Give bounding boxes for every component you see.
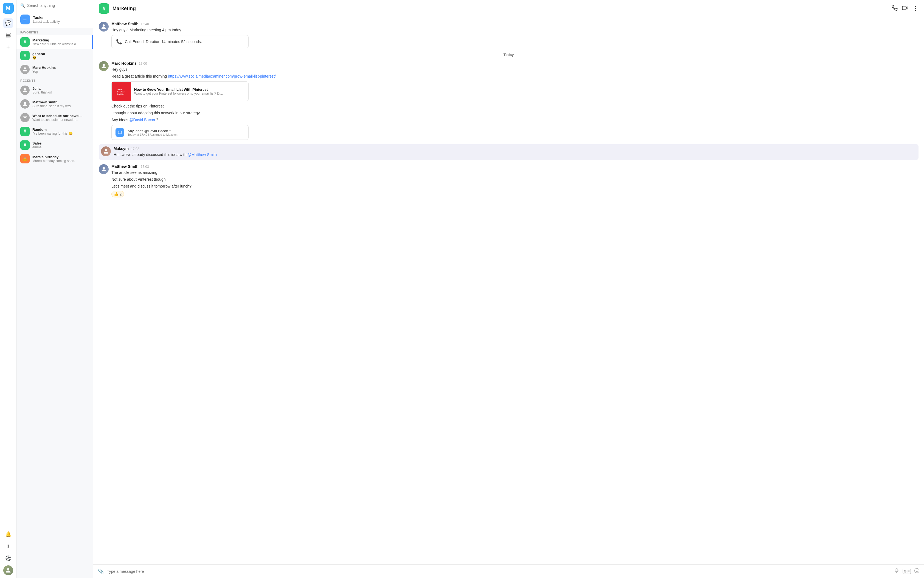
user-avatar-top[interactable]: M (3, 3, 14, 14)
matthew-item-text: Matthew Smith Sure thing, send it my way (33, 100, 71, 108)
newsletter-name: Want to schedule our newsl... (33, 114, 82, 118)
contacts-nav-icon[interactable] (3, 30, 13, 40)
microphone-icon[interactable] (894, 568, 899, 575)
matthew-text-2a: The article seems amazing (111, 170, 919, 175)
download-nav-icon[interactable]: ⬇ (3, 541, 13, 551)
maksym-sender: Maksym (114, 146, 129, 151)
newsletter-preview: Want to schedule our newslet... (33, 118, 79, 122)
matthew-avatar-msg-2 (99, 164, 109, 174)
emoji-icon[interactable] (914, 568, 920, 575)
task-ref-content: Any ideas @David Bacon ? Today at 17:40 … (128, 129, 177, 136)
svg-point-6 (24, 102, 26, 104)
message-group-marc: Marc Hopkins 17:00 Hey guys Read a great… (99, 61, 919, 140)
link-preview-image: How to Grow Your Email List (112, 82, 131, 101)
marc-avatar-msg (99, 61, 109, 71)
sidebar-item-matthew[interactable]: Matthew Smith Sure thing, send it my way (16, 97, 93, 111)
tasks-icon (20, 15, 30, 24)
general-item-text: general 😎 (33, 52, 45, 60)
maksym-msg-content: Maksym 17:02 Hm..we've already discussed… (114, 146, 916, 157)
recents-label: RECENTS (16, 76, 93, 83)
sidebar-item-general[interactable]: # general 😎 (16, 49, 93, 63)
reaction-count: 2 (120, 192, 122, 196)
marc-text-3: Check out the tips on Pinterest (111, 103, 919, 109)
help-nav-icon[interactable]: ⚽ (3, 553, 13, 563)
input-actions: GIF (894, 568, 920, 575)
matthew-avatar-msg (99, 22, 109, 31)
sidebar-item-marc-hopkins[interactable]: Marc Hopkins Yep (16, 63, 93, 76)
matthew-msg-header-2: Matthew Smith 17:03 (111, 164, 919, 169)
sidebar-item-sales[interactable]: # Sales emma (16, 138, 93, 152)
link-preview-desc: Want to get your Pinterest followers ont… (134, 92, 223, 96)
random-name: Random (33, 128, 73, 132)
matthew-sender-2: Matthew Smith (111, 164, 138, 169)
icon-bar: M 💬 + 🔔 ⬇ ⚽ (0, 0, 16, 578)
matthew-avatar-sidebar (20, 99, 29, 109)
julia-name: Julia (33, 86, 52, 91)
sidebar-item-random[interactable]: # Random I've been waiting for this 😀 (16, 125, 93, 138)
svg-rect-9 (902, 6, 906, 10)
more-options-icon[interactable]: ⋮ (913, 5, 919, 12)
julia-preview: Sure, thanks! (33, 91, 52, 94)
marc-item-text: Marc Hopkins Yep (33, 65, 56, 73)
tasks-sidebar-item[interactable]: Tasks Latest task activity (16, 11, 93, 28)
maksym-time: 17:02 (131, 147, 139, 151)
channel-hash-icon: # (99, 3, 109, 14)
sales-item-text: Sales emma (33, 141, 42, 149)
svg-point-5 (24, 88, 26, 90)
sales-preview: emma (33, 145, 42, 149)
david-mention[interactable]: @David Bacon (129, 118, 155, 122)
chat-header: # Marketing ⋮ (93, 0, 924, 17)
call-ended-icon: 📞 (116, 39, 122, 45)
chat-main: # Marketing ⋮ Matthew Smith 15:40 (93, 0, 924, 578)
call-ended-box: 📞 Call Ended. Duration 14 minutes 52 sec… (111, 35, 249, 48)
chat-nav-icon[interactable]: 💬 (3, 18, 13, 28)
messages-area: Matthew Smith 15:40 Hey guys! Marketing … (93, 17, 924, 564)
marc-text-1: Hey guys (111, 67, 919, 72)
marc-sender: Marc Hopkins (111, 61, 137, 65)
maksym-msg-header: Maksym 17:02 (114, 146, 916, 151)
svg-text:Email List: Email List (117, 93, 124, 95)
sales-name: Sales (33, 141, 42, 145)
attach-icon[interactable]: 📎 (98, 568, 104, 575)
thumbs-up-reaction[interactable]: 👍 2 (111, 191, 124, 197)
sidebar-item-marcs-birthday[interactable]: 🔒 Marc's birthday Marc's birthday coming… (16, 152, 93, 166)
task-ref-box[interactable]: Any ideas @David Bacon ? Today at 17:40 … (111, 125, 249, 140)
reaction-emoji: 👍 (114, 192, 119, 196)
marc-preview: Yep (33, 70, 56, 73)
matthew-text-2b: Not sure about Pinterest though (111, 177, 919, 182)
svg-text:How to: How to (117, 89, 122, 91)
search-input[interactable] (27, 3, 89, 8)
matthew-text-1: Hey guys! Marketing meeting 4 pm today (111, 27, 919, 33)
video-icon[interactable] (902, 5, 908, 12)
link-preview-box[interactable]: How to Grow Your Email List How to Grow … (111, 81, 249, 101)
sidebar: 🔍 Tasks Latest task activity FAVORITES #… (16, 0, 93, 578)
svg-point-11 (102, 64, 105, 66)
message-input[interactable] (107, 569, 890, 574)
marc-text-2: Read a great article this morning https:… (111, 73, 919, 79)
matthew-sender-1: Matthew Smith (111, 22, 138, 26)
sidebar-item-marketing[interactable]: # Marketing New card 'Guide on website o… (16, 35, 93, 49)
header-icons: ⋮ (891, 5, 919, 12)
gif-icon[interactable]: GIF (903, 569, 911, 574)
phone-icon[interactable] (891, 5, 898, 12)
sidebar-item-julia[interactable]: Julia Sure, thanks! (16, 83, 93, 97)
message-group-matthew-2: Matthew Smith 17:03 The article seems am… (99, 164, 919, 197)
matthew-mention[interactable]: @Matthew Smith (188, 153, 217, 157)
message-group-maksym: Maksym 17:02 Hm..we've already discussed… (99, 144, 919, 160)
marketing-preview: New card 'Guide on website o... (33, 42, 79, 46)
marketing-item-text: Marketing New card 'Guide on website o..… (33, 38, 79, 46)
link-preview-title: How to Grow Your Email List With Pintere… (134, 88, 223, 92)
matthew-time-2: 17:03 (141, 165, 149, 169)
marketing-name: Marketing (33, 38, 79, 42)
tasks-sub: Latest task activity (33, 20, 60, 24)
svg-text:Grow Your: Grow Your (117, 91, 125, 93)
birthday-preview: Marc's birthday coming soon. (33, 159, 75, 163)
add-nav-icon[interactable]: + (3, 42, 13, 52)
svg-rect-2 (6, 36, 10, 37)
birthday-channel-icon: 🔒 (20, 154, 29, 163)
user-avatar-bottom[interactable] (3, 565, 13, 575)
svg-rect-0 (6, 33, 10, 34)
bell-nav-icon[interactable]: 🔔 (3, 529, 13, 539)
sidebar-item-newsletter[interactable]: Want to schedule our newsl... Want to sc… (16, 111, 93, 125)
article-link[interactable]: https://www.socialmediaexaminer.com/grow… (168, 74, 276, 78)
